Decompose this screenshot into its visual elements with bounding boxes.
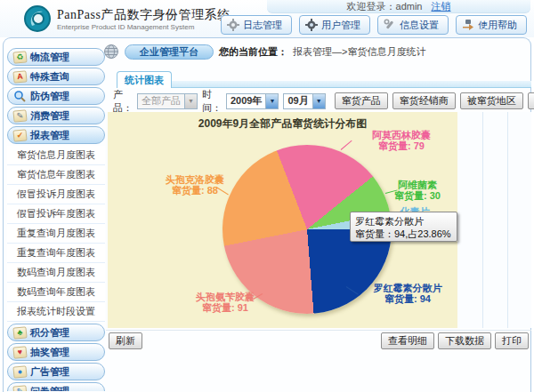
welcome-text: 欢迎登录：admin: [347, 0, 423, 13]
chart-footer: 刷新 查看明细 下载数据 打印: [106, 330, 531, 351]
chart-wrap: 2009年9月全部产品窜货统计分布图 阿莫西林胶囊 窜货量: 79 阿维菌素: [106, 112, 531, 328]
sidebar-item-monthly-diversion-chart[interactable]: 窜货信息月度图表: [7, 146, 105, 165]
brand: PanPass产品数字身份管理系统 Enterprise Product ID …: [23, 4, 230, 33]
user-management-button[interactable]: 用户管理: [299, 15, 370, 35]
consumption-icon: ✎: [12, 109, 27, 122]
diverted-products-button[interactable]: 窜货产品: [335, 92, 388, 109]
points-icon: ♣: [12, 326, 27, 339]
main-window: 企业管理平台 您的当前位置： 报表管理—>窜货信息月度统计 ♻ 物流管理 A 特…: [3, 37, 531, 392]
help-button[interactable]: 使用帮助: [456, 15, 527, 35]
sidebar-item-yearly-counterfeit-chart[interactable]: 假冒投诉年度图表: [7, 204, 105, 224]
logout-link[interactable]: 注销: [431, 0, 450, 13]
ads-icon: ●: [12, 365, 27, 378]
sidebar-label: 物流管理: [30, 51, 69, 64]
help-label: 使用帮助: [478, 19, 517, 32]
log-management-label: 日志管理: [243, 19, 282, 32]
sidebar-item-yearly-repeat-query-chart[interactable]: 重复查询年度图表: [7, 244, 105, 263]
chevron-down-icon: ▼: [184, 94, 197, 108]
pie-tooltip: 罗红霉素分散片 窜货量：94,占23.86%: [350, 212, 457, 242]
month-select[interactable]: 09月 ▼: [283, 93, 325, 109]
sidebar-item-consumption[interactable]: ✎ 消费管理: [7, 107, 105, 124]
breadcrumb: 企业管理平台 您的当前位置： 报表管理—>窜货信息月度统计: [103, 44, 425, 60]
settings-icon: [384, 19, 396, 31]
sidebar-item-anti-counterfeit[interactable]: 防伪管理: [7, 87, 105, 105]
sidebar-item-special-query[interactable]: A 特殊查询: [7, 68, 105, 85]
filter-row: 产品： 全部产品 ▼ 时间： 2009年 ▼ 09月 ▼ 窜货产品 窜货经销商 …: [106, 90, 531, 112]
sidebar-label: 抽奖管理: [30, 346, 69, 359]
sidebar-item-survey[interactable]: ✎ 问卷管理: [7, 382, 105, 391]
diverted-regions-button[interactable]: 被窜货地区: [460, 92, 523, 109]
pie-label-amoxicillin: 阿莫西林胶囊 窜货量: 79: [348, 130, 455, 151]
sidebar-label: 消费管理: [30, 109, 69, 123]
tab-filler-bar: [172, 81, 531, 88]
view-detail-button[interactable]: 查看明细: [381, 332, 434, 349]
user-management-label: 用户管理: [321, 19, 360, 32]
location-path: 报表管理—>窜货信息月度统计: [293, 45, 425, 59]
sidebar-label: 报表管理: [30, 129, 69, 142]
sidebar-item-logistics[interactable]: ♻ 物流管理: [7, 48, 105, 66]
lottery-icon: ♥: [12, 346, 27, 358]
globe-icon: [103, 44, 119, 60]
help-icon: [462, 19, 474, 31]
user-icon: [305, 19, 318, 31]
survey-icon: ✎: [12, 385, 27, 391]
sidebar-label: 广告管理: [30, 365, 69, 379]
sidebar-item-ads[interactable]: ● 广告管理: [7, 363, 105, 380]
sidebar-item-lottery[interactable]: ♥ 抽奖管理: [7, 343, 105, 361]
pie-label-cefaclor: 头孢克洛胶囊 窜货量: 88: [150, 174, 239, 196]
product-label: 产品：: [113, 88, 133, 115]
sidebar-item-points[interactable]: ♣ 积分管理: [7, 324, 105, 341]
chevron-down-icon: ▼: [265, 94, 278, 108]
app-window: PanPass产品数字身份管理系统 Enterprise Product ID …: [0, 0, 534, 392]
product-select[interactable]: 全部产品 ▼: [137, 93, 198, 109]
logistics-icon: ♻: [12, 51, 27, 63]
pie-label-cefalexin: 头孢氨苄胶囊 窜货量: 91: [181, 292, 270, 313]
log-icon: [227, 19, 239, 31]
sidebar-item-monthly-counterfeit-chart[interactable]: 假冒投诉月度图表: [7, 185, 105, 204]
sidebar-label: 问卷管理: [30, 385, 69, 392]
anti-counterfeit-icon: [13, 90, 27, 102]
panel-divider: [482, 112, 483, 328]
sidebar-item-monthly-repeat-query-chart[interactable]: 重复查询月度图表: [7, 224, 105, 244]
sidebar-item-yearly-diversion-chart[interactable]: 窜货信息年度图表: [7, 165, 105, 185]
sidebar-label: 防伪管理: [30, 90, 69, 103]
pie-label-avermectin: 阿维菌素 窜货量: 30: [375, 180, 460, 201]
location-label: 您的当前位置：: [219, 45, 287, 59]
trend-button[interactable]: 变动趋势: [528, 92, 534, 109]
top-header: PanPass产品数字身份管理系统 Enterprise Product ID …: [0, 0, 534, 37]
platform-tab[interactable]: 企业管理平台: [125, 44, 214, 60]
chevron-down-icon: ▼: [312, 94, 325, 108]
welcome-strip: 欢迎登录：admin 注销: [267, 0, 530, 13]
tab-statistics-chart[interactable]: 统计图表: [117, 71, 172, 88]
app-title: PanPass产品数字身份管理系统: [57, 7, 230, 23]
info-settings-button[interactable]: 信息设置: [377, 15, 449, 35]
sidebar-item-monthly-code-query-chart[interactable]: 数码查询月度图表: [7, 263, 105, 283]
special-query-icon: A: [12, 70, 27, 83]
sidebar-item-report-period-settings[interactable]: 报表统计时段设置: [7, 302, 105, 322]
sidebar-label: 积分管理: [30, 326, 69, 340]
refresh-button[interactable]: 刷新: [109, 332, 142, 349]
panel-divider: [507, 112, 508, 328]
download-data-button[interactable]: 下载数据: [438, 332, 491, 349]
tab-row: 统计图表: [106, 68, 531, 88]
content-area: 统计图表 产品： 全部产品 ▼ 时间： 2009年 ▼ 09月 ▼: [106, 68, 531, 392]
app-subtitle: Enterprise Product ID Management System: [57, 23, 230, 31]
top-nav: 日志管理 用户管理 信息设置 使用帮助: [221, 15, 527, 35]
year-select[interactable]: 2009年 ▼: [226, 93, 279, 109]
print-button[interactable]: 打印: [495, 332, 529, 349]
sidebar: ♻ 物流管理 A 特殊查询 防伪管理 ✎ 消费管理 ✔ 报表管理 窜货信息: [7, 48, 105, 391]
panpass-logo-icon: [23, 4, 52, 33]
info-settings-label: 信息设置: [400, 19, 439, 32]
sidebar-item-reports[interactable]: ✔ 报表管理: [7, 126, 105, 144]
pie-label-roxithromycin: 罗红霉素分散片 窜货量: 94: [359, 283, 457, 304]
sidebar-item-yearly-code-query-chart[interactable]: 数码查询年度图表: [7, 283, 105, 302]
report-icon: ✔: [12, 129, 27, 141]
log-management-button[interactable]: 日志管理: [221, 15, 292, 35]
sidebar-label: 特殊查询: [30, 70, 69, 84]
diverting-dealers-button[interactable]: 窜货经销商: [392, 92, 456, 109]
time-label: 时间：: [202, 88, 222, 115]
pie-chart-panel: 2009年9月全部产品窜货统计分布图 阿莫西林胶囊 窜货量: 79 阿维菌素: [108, 112, 457, 328]
